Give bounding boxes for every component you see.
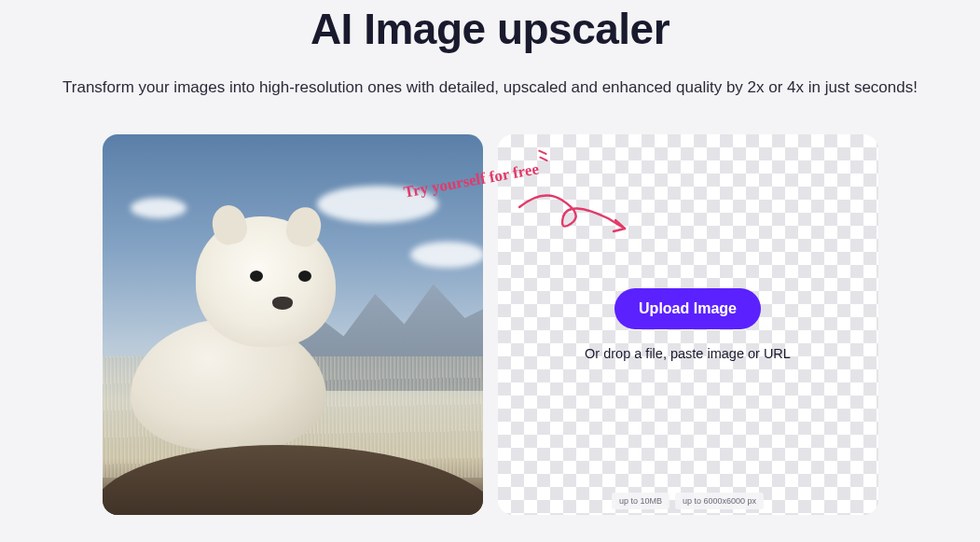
content-row: Try yourself for free Upload Image Or dr… (0, 134, 980, 515)
decorative-snow-leopard (121, 207, 354, 450)
upload-dropzone[interactable]: Upload Image Or drop a file, paste image… (498, 134, 878, 515)
limit-filesize-badge: up to 10MB (612, 493, 669, 509)
drop-hint-text: Or drop a file, paste image or URL (585, 346, 791, 361)
example-image-preview (103, 134, 483, 515)
limit-badges: up to 10MB up to 6000x6000 px (612, 493, 764, 509)
page-subtitle: Transform your images into high-resoluti… (0, 78, 980, 97)
page-title: AI Image upscaler (0, 0, 980, 54)
upload-image-button[interactable]: Upload Image (614, 288, 761, 329)
decorative-cloud (410, 242, 483, 268)
limit-dimensions-badge: up to 6000x6000 px (675, 493, 764, 509)
